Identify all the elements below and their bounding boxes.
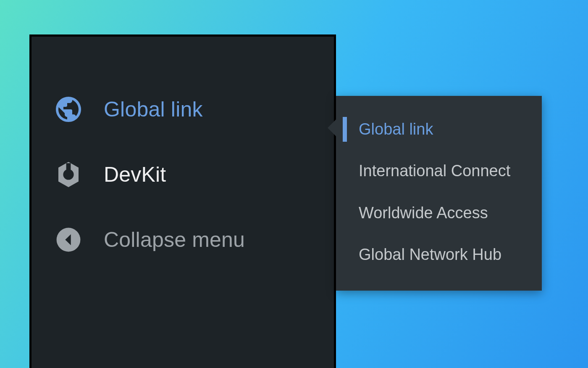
wrench-hex-icon [52, 158, 85, 191]
sidebar-item-global-link[interactable]: Global link [32, 77, 334, 142]
globe-icon [52, 93, 85, 126]
flyout-item-global-link[interactable]: Global link [336, 109, 542, 150]
sidebar: Global link DevKit Collapse menu [29, 34, 336, 368]
sidebar-item-label: Collapse menu [104, 228, 245, 252]
flyout-item-international-connect[interactable]: International Connect [336, 150, 542, 192]
sidebar-flyout: Global link International Connect Worldw… [336, 96, 542, 291]
sidebar-item-label: DevKit [104, 162, 166, 187]
flyout-item-global-network-hub[interactable]: Global Network Hub [336, 234, 542, 275]
flyout-item-worldwide-access[interactable]: Worldwide Access [336, 192, 542, 234]
sidebar-item-collapse-menu[interactable]: Collapse menu [32, 207, 334, 272]
sidebar-item-label: Global link [104, 97, 203, 122]
svg-rect-1 [66, 163, 71, 172]
sidebar-item-devkit[interactable]: DevKit [32, 142, 334, 207]
chevron-left-circle-icon [52, 223, 85, 257]
